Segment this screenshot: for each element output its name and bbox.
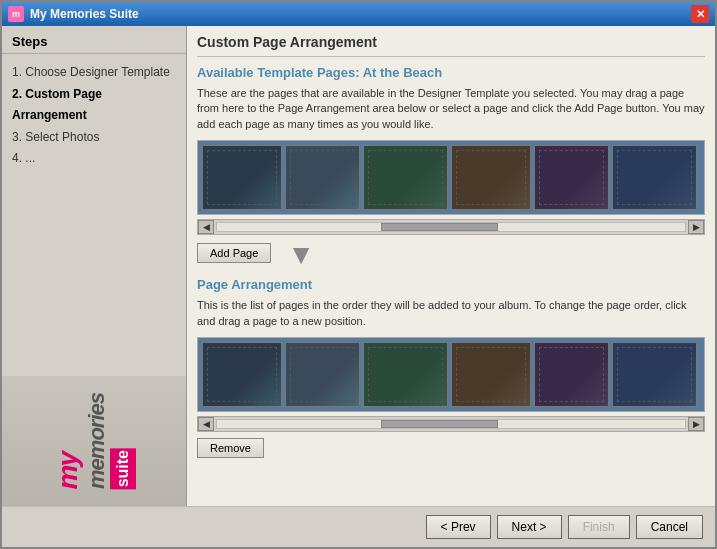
available-desc: These are the pages that are available i…: [197, 86, 705, 132]
cancel-button[interactable]: Cancel: [636, 515, 703, 539]
title-bar-left: m My Memories Suite: [8, 6, 139, 22]
scroll-track-1[interactable]: [216, 222, 686, 232]
scroll-track-2[interactable]: [216, 419, 686, 429]
steps-header: Steps: [2, 26, 186, 54]
scroll-left-btn-2[interactable]: ◀: [198, 417, 214, 431]
arr-page-thumb-3[interactable]: [363, 342, 448, 407]
page-thumb-2[interactable]: [285, 145, 360, 210]
step-4: 4. ...: [12, 148, 176, 170]
prev-button[interactable]: < Prev: [426, 515, 491, 539]
add-page-button[interactable]: Add Page: [197, 243, 271, 263]
arr-page-thumb-1[interactable]: [202, 342, 282, 407]
arrangement-title: Page Arrangement: [197, 277, 705, 292]
scroll-thumb-1[interactable]: [381, 223, 498, 231]
close-button[interactable]: ✕: [691, 5, 709, 23]
arr-page-thumb-5[interactable]: [534, 342, 609, 407]
logo-suite: suite: [110, 448, 136, 489]
logo-memories: memories: [84, 393, 110, 489]
arr-page-thumb-2[interactable]: [285, 342, 360, 407]
arrangement-pages-strip[interactable]: [197, 337, 705, 412]
sidebar-logo: my memories suite: [2, 376, 186, 506]
scroll-right-btn-2[interactable]: ▶: [688, 417, 704, 431]
arrangement-scrollbar[interactable]: ◀ ▶: [197, 416, 705, 432]
finish-button[interactable]: Finish: [568, 515, 630, 539]
page-thumb-5[interactable]: [534, 145, 609, 210]
page-arrangement-section: Page Arrangement This is the list of pag…: [197, 277, 705, 466]
window-title: My Memories Suite: [30, 7, 139, 21]
main-window: m My Memories Suite ✕ Steps 1. Choose De…: [0, 0, 717, 549]
logo: my memories suite: [52, 393, 136, 489]
page-thumb-4[interactable]: [451, 145, 531, 210]
panel-header: Custom Page Arrangement: [197, 34, 705, 57]
step-3: 3. Select Photos: [12, 127, 176, 149]
sidebar: Steps 1. Choose Designer Template 2. Cus…: [2, 26, 187, 506]
scroll-left-btn-1[interactable]: ◀: [198, 220, 214, 234]
steps-list: 1. Choose Designer Template 2. Custom Pa…: [2, 54, 186, 178]
footer: < Prev Next > Finish Cancel: [2, 506, 715, 547]
title-bar: m My Memories Suite ✕: [2, 2, 715, 26]
step-2: 2. Custom Page Arrangement: [12, 84, 176, 127]
arr-page-thumb-4[interactable]: [451, 342, 531, 407]
down-arrow-icon: ▼: [287, 241, 315, 269]
arrangement-desc: This is the list of pages in the order t…: [197, 298, 705, 329]
app-icon: m: [8, 6, 24, 22]
step-1: 1. Choose Designer Template: [12, 62, 176, 84]
page-thumb-1[interactable]: [202, 145, 282, 210]
available-pages-strip[interactable]: [197, 140, 705, 215]
scroll-thumb-2[interactable]: [381, 420, 498, 428]
available-pages-inner: [198, 141, 704, 214]
main-panel: Custom Page Arrangement Available Templa…: [187, 26, 715, 506]
available-title: Available Template Pages: At the Beach: [197, 65, 705, 80]
content-area: Steps 1. Choose Designer Template 2. Cus…: [2, 26, 715, 506]
arr-page-thumb-6[interactable]: [612, 342, 697, 407]
page-thumb-3[interactable]: [363, 145, 448, 210]
page-thumb-6[interactable]: [612, 145, 697, 210]
logo-my: my: [52, 453, 84, 489]
arrangement-pages-inner: [198, 338, 704, 411]
available-scrollbar[interactable]: ◀ ▶: [197, 219, 705, 235]
next-button[interactable]: Next >: [497, 515, 562, 539]
remove-button[interactable]: Remove: [197, 438, 264, 458]
scroll-right-btn-1[interactable]: ▶: [688, 220, 704, 234]
